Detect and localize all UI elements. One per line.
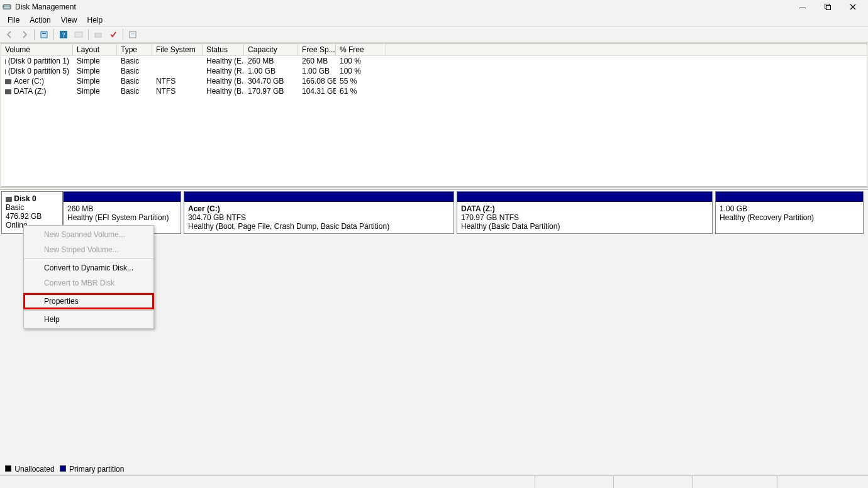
volume-fs	[152, 66, 203, 76]
volume-list[interactable]: Volume Layout Type File System Status Ca…	[1, 43, 867, 187]
disk-partitions: 260 MBHealthy (EFI System Partition)Acer…	[63, 191, 867, 234]
volume-status: Healthy (B...	[203, 86, 244, 96]
disk-icon	[6, 197, 12, 202]
volume-layout: Simple	[73, 66, 117, 76]
svg-rect-7	[41, 31, 47, 38]
volume-pctfree: 100 %	[336, 56, 386, 66]
disk-name: Disk 0	[14, 194, 36, 203]
context-menu: New Spanned Volume... New Striped Volume…	[23, 225, 154, 329]
ctx-properties[interactable]: Properties	[24, 294, 153, 309]
toolbar-separator	[123, 29, 123, 40]
volume-fs: NTFS	[152, 86, 203, 96]
col-filesystem[interactable]: File System	[152, 44, 203, 55]
volume-icon	[5, 89, 11, 94]
volume-row[interactable]: (Disk 0 partition 1)SimpleBasicHealthy (…	[1, 56, 867, 66]
legend-swatch-unallocated	[5, 465, 11, 472]
help-button[interactable]: ?	[57, 28, 70, 42]
toolbar-separator	[88, 29, 89, 40]
menu-file[interactable]: File	[3, 14, 25, 26]
legend-unallocated-label: Unallocated	[14, 465, 54, 474]
volume-status: Healthy (E...	[203, 56, 244, 66]
legend-unallocated: Unallocated	[5, 465, 55, 474]
partition-title: DATA (Z:)	[461, 204, 708, 213]
partition[interactable]: DATA (Z:)170.97 GB NTFSHealthy (Basic Da…	[457, 191, 713, 234]
col-type[interactable]: Type	[117, 44, 152, 55]
volume-type: Basic	[117, 76, 152, 86]
volume-capacity: 170.97 GB	[244, 86, 298, 96]
partition[interactable]: Acer (C:)304.70 GB NTFSHealthy (Boot, Pa…	[184, 191, 454, 234]
volume-fs	[152, 56, 203, 66]
volume-row[interactable]: Acer (C:)SimpleBasicNTFSHealthy (B...304…	[1, 76, 867, 86]
toolbar: ?	[0, 26, 868, 43]
volume-pctfree: 61 %	[336, 86, 386, 96]
menu-view[interactable]: View	[56, 14, 82, 26]
legend-primary-label: Primary partition	[69, 465, 124, 474]
volume-status: Healthy (B...	[203, 76, 244, 86]
menu-bar: File Action View Help	[0, 14, 868, 26]
svg-rect-14	[131, 33, 135, 35]
toolbar-button[interactable]	[72, 28, 86, 42]
ctx-convert-mbr: Convert to MBR Disk	[24, 275, 153, 291]
col-status[interactable]: Status	[203, 44, 244, 55]
toolbar-button[interactable]	[106, 28, 120, 42]
col-capacity[interactable]: Capacity	[244, 44, 298, 55]
close-button[interactable]	[840, 1, 865, 13]
volume-row[interactable]: DATA (Z:)SimpleBasicNTFSHealthy (B...170…	[1, 86, 867, 96]
svg-rect-11	[75, 32, 82, 37]
volume-icon	[5, 79, 11, 84]
toolbar-separator	[34, 29, 35, 40]
disk-type: Basic	[6, 203, 24, 212]
volume-row[interactable]: (Disk 0 partition 5)SimpleBasicHealthy (…	[1, 66, 867, 76]
svg-rect-1	[4, 6, 10, 6]
svg-rect-4	[826, 6, 831, 10]
volume-type: Basic	[117, 86, 152, 96]
volume-capacity: 1.00 GB	[244, 66, 298, 76]
ctx-new-striped: New Striped Volume...	[24, 242, 153, 257]
minimize-button[interactable]: ―	[790, 1, 815, 13]
volume-name: Acer (C:)	[14, 77, 44, 86]
volume-fs: NTFS	[152, 76, 203, 86]
window-title: Disk Management	[15, 3, 76, 11]
svg-rect-2	[4, 7, 10, 8]
ctx-convert-dynamic[interactable]: Convert to Dynamic Disk...	[24, 260, 153, 275]
partition-status: Healthy (EFI System Partition)	[67, 213, 177, 222]
maximize-button[interactable]	[815, 1, 840, 13]
status-bar	[0, 475, 868, 488]
partition-size: 260 MB	[67, 204, 177, 213]
partition-size: 170.97 GB NTFS	[461, 213, 708, 222]
toolbar-button[interactable]	[91, 28, 105, 42]
partition-colorbar	[64, 192, 181, 202]
menu-action[interactable]: Action	[25, 14, 55, 26]
partition-status: Healthy (Boot, Page File, Crash Dump, Ba…	[188, 222, 450, 231]
ctx-separator	[24, 258, 153, 259]
ctx-help[interactable]: Help	[24, 312, 153, 327]
toolbar-separator	[53, 29, 54, 40]
toolbar-button[interactable]	[126, 28, 140, 42]
menu-help[interactable]: Help	[82, 14, 108, 26]
partition-title: Acer (C:)	[188, 204, 450, 213]
ctx-new-spanned: New Spanned Volume...	[24, 227, 153, 242]
partition-size: 304.70 GB NTFS	[188, 213, 450, 222]
back-button[interactable]	[3, 28, 16, 42]
col-freespace[interactable]: Free Sp...	[298, 44, 336, 55]
col-layout[interactable]: Layout	[73, 44, 117, 55]
refresh-button[interactable]	[37, 28, 51, 42]
ctx-separator	[24, 292, 153, 292]
volume-capacity: 304.70 GB	[244, 76, 298, 86]
volume-layout: Simple	[73, 86, 117, 96]
volume-name: (Disk 0 partition 5)	[8, 67, 69, 75]
volume-type: Basic	[117, 56, 152, 66]
col-volume[interactable]: Volume	[1, 44, 73, 55]
partition-status: Healthy (Recovery Partition)	[720, 213, 859, 222]
legend-swatch-primary	[60, 465, 66, 472]
partition-colorbar	[457, 192, 712, 202]
volume-list-header: Volume Layout Type File System Status Ca…	[1, 44, 867, 56]
app-icon	[3, 3, 11, 11]
forward-button[interactable]	[18, 28, 31, 42]
partition[interactable]: 1.00 GBHealthy (Recovery Partition)	[715, 191, 864, 234]
volume-pctfree: 55 %	[336, 76, 386, 86]
partition-size: 1.00 GB	[720, 204, 859, 213]
svg-rect-8	[42, 33, 46, 34]
volume-layout: Simple	[73, 56, 117, 66]
col-pctfree[interactable]: % Free	[336, 44, 386, 55]
